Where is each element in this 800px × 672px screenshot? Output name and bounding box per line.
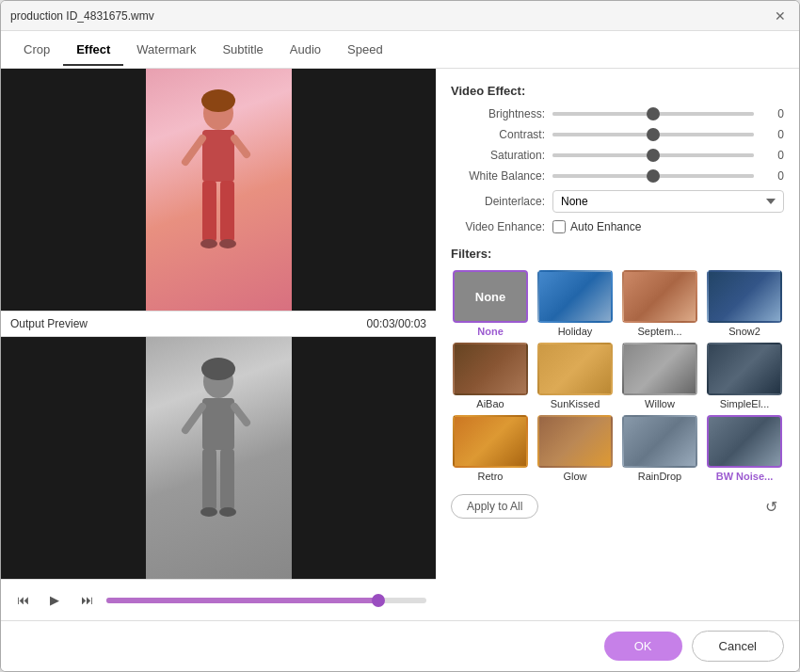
svg-point-10 <box>201 358 235 380</box>
filter-label-retro: Retro <box>478 471 504 482</box>
contrast-slider-wrap <box>552 133 754 136</box>
brightness-label: Brightness: <box>451 107 545 120</box>
filter-item-none[interactable]: None None <box>451 270 530 337</box>
brightness-row: Brightness: 0 <box>451 107 784 120</box>
play-button[interactable]: ▶ <box>42 588 67 613</box>
main-window: production ID_4831675.wmv ✕ Crop Effect … <box>0 0 800 672</box>
figure-pink <box>176 87 261 294</box>
filter-item-glow[interactable]: Glow <box>536 415 615 482</box>
saturation-label: Saturation: <box>451 149 545 162</box>
footer-bar: OK Cancel <box>1 620 799 671</box>
brightness-value: 0 <box>761 107 784 120</box>
right-panel: Video Effect: Brightness: 0 Contrast: 0 … <box>436 69 799 620</box>
prev-button[interactable]: ⏮ <box>10 588 35 613</box>
tab-audio[interactable]: Audio <box>277 35 334 66</box>
progress-fill <box>106 598 378 603</box>
filter-label-raindrop: RainDrop <box>638 471 681 482</box>
figure-bw <box>176 355 261 562</box>
filter-thumb-retro[interactable] <box>453 415 528 468</box>
filters-section: Filters: None None Holiday <box>451 247 784 611</box>
filter-item-holiday[interactable]: Holiday <box>536 270 615 337</box>
contrast-value: 0 <box>761 128 784 141</box>
filter-thumb-none[interactable]: None <box>453 270 528 323</box>
saturation-slider[interactable] <box>552 153 754 157</box>
filters-label: Filters: <box>451 247 784 261</box>
progress-thumb[interactable] <box>372 594 385 607</box>
svg-line-3 <box>185 138 202 162</box>
brightness-slider[interactable] <box>552 112 754 116</box>
filter-item-retro[interactable]: Retro <box>451 415 530 482</box>
brightness-slider-wrap <box>552 112 754 116</box>
filter-item-snow2[interactable]: Snow2 <box>705 270 784 337</box>
filter-thumb-aibao[interactable] <box>453 343 528 395</box>
tab-speed[interactable]: Speed <box>334 35 396 66</box>
close-button[interactable]: ✕ <box>771 7 790 25</box>
white-balance-slider[interactable] <box>552 174 754 178</box>
saturation-value: 0 <box>761 149 784 162</box>
progress-bar[interactable] <box>106 598 426 603</box>
auto-enhance-checkbox[interactable] <box>552 220 566 233</box>
tab-watermark[interactable]: Watermark <box>123 35 209 66</box>
filter-item-willow[interactable]: Willow <box>620 343 699 409</box>
filter-thumb-raindrop[interactable] <box>622 415 697 468</box>
filter-thumb-bwnoise[interactable] <box>707 415 782 468</box>
tab-effect[interactable]: Effect <box>63 35 123 66</box>
svg-point-7 <box>200 239 217 248</box>
video-enhance-row: Video Enhance: Auto Enhance <box>451 220 784 233</box>
filter-item-raindrop[interactable]: RainDrop <box>620 415 699 482</box>
contrast-row: Contrast: 0 <box>451 128 784 141</box>
filter-label-sunkissed: SunKissed <box>551 398 600 409</box>
cancel-button[interactable]: Cancel <box>692 631 784 662</box>
filter-thumb-glow[interactable] <box>537 415 613 468</box>
ok-button[interactable]: OK <box>604 632 682 661</box>
svg-point-8 <box>219 239 236 248</box>
tab-subtitle[interactable]: Subtitle <box>209 35 276 66</box>
filter-thumb-simpleel[interactable] <box>707 343 782 395</box>
tabs-bar: Crop Effect Watermark Subtitle Audio Spe… <box>1 31 799 69</box>
output-label: Output Preview <box>10 317 88 330</box>
refresh-button[interactable]: ↺ <box>758 493 784 520</box>
filter-label-simpleel: SimpleEl... <box>720 398 770 409</box>
saturation-slider-wrap <box>552 153 754 157</box>
svg-line-13 <box>234 407 247 423</box>
tab-crop[interactable]: Crop <box>10 35 63 66</box>
filter-item-aibao[interactable]: AiBao <box>451 343 530 409</box>
svg-rect-15 <box>220 449 234 510</box>
svg-rect-6 <box>220 181 234 242</box>
filter-thumb-septem[interactable] <box>622 270 697 323</box>
output-bar: Output Preview 00:03/00:03 <box>1 311 436 337</box>
svg-line-12 <box>185 407 202 430</box>
apply-all-button[interactable]: Apply to All <box>451 494 538 519</box>
filter-label-snow2: Snow2 <box>728 326 760 337</box>
svg-line-4 <box>234 138 247 154</box>
controls-bar: ⏮ ▶ ⏭ <box>1 579 436 620</box>
filter-item-simpleel[interactable]: SimpleEl... <box>705 343 784 409</box>
filter-thumb-willow[interactable] <box>622 343 697 395</box>
svg-rect-5 <box>202 181 216 242</box>
svg-point-17 <box>219 507 236 517</box>
deinterlace-label: Deinterlace: <box>451 195 545 208</box>
white-balance-label: White Balance: <box>451 169 545 183</box>
filter-item-sunkissed[interactable]: SunKissed <box>536 343 615 409</box>
filters-grid: None None Holiday Septem... <box>451 270 784 482</box>
video-enhance-label: Video Enhance: <box>451 220 545 233</box>
white-balance-value: 0 <box>761 169 784 183</box>
filter-item-septem[interactable]: Septem... <box>620 270 699 337</box>
video-effect-label: Video Effect: <box>451 84 784 98</box>
output-time: 00:03/00:03 <box>367 317 426 330</box>
window-title: production ID_4831675.wmv <box>10 9 154 23</box>
next-button[interactable]: ⏭ <box>74 588 99 613</box>
filter-label-none: None <box>477 326 504 337</box>
main-content: Output Preview 00:03/00:03 <box>1 69 799 620</box>
contrast-slider[interactable] <box>552 133 754 136</box>
white-balance-row: White Balance: 0 <box>451 169 784 183</box>
filter-thumb-holiday[interactable] <box>537 270 613 323</box>
svg-rect-2 <box>202 130 234 182</box>
filter-thumb-sunkissed[interactable] <box>537 343 613 395</box>
filter-item-bwnoise[interactable]: BW Noise... <box>705 415 784 482</box>
saturation-row: Saturation: 0 <box>451 149 784 162</box>
filter-label-glow: Glow <box>563 471 586 482</box>
deinterlace-select[interactable]: None Yadif Yadif2x <box>552 190 784 213</box>
video-preview-original <box>1 69 436 311</box>
filter-thumb-snow2[interactable] <box>707 270 782 323</box>
